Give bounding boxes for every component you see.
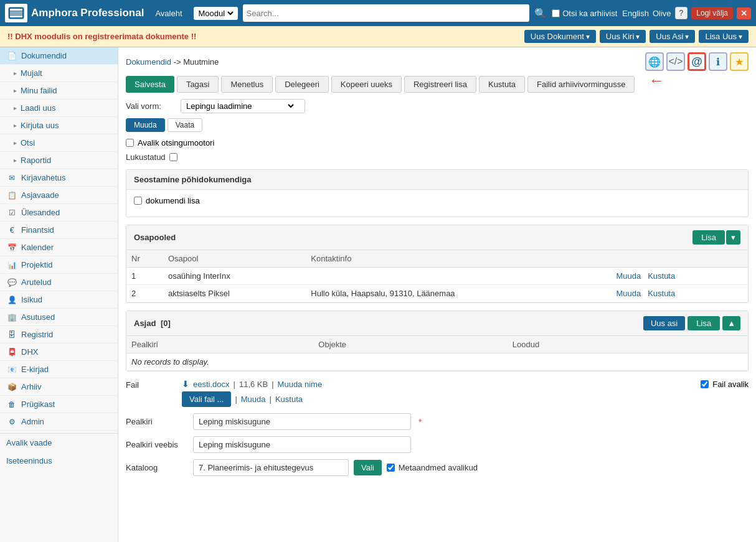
fail-avalik-checkbox[interactable] bbox=[701, 380, 709, 388]
vali-fail-btn[interactable]: Vali fail ... bbox=[182, 391, 231, 407]
osapooled-lisa-btn[interactable]: Lisa bbox=[692, 230, 725, 245]
row1-nr: 1 bbox=[126, 268, 163, 285]
lisa-uus-btn[interactable]: Lisa Uus ▾ bbox=[699, 30, 749, 43]
table-row: 1 osaühing InterInx Muuda Kustuta bbox=[126, 268, 748, 285]
sidebar-item-otsi[interactable]: ▸ Otsi bbox=[0, 134, 118, 152]
row1-kustuta-btn[interactable]: Kustuta bbox=[648, 271, 675, 281]
asjad-collapse-btn[interactable]: ▲ bbox=[722, 316, 740, 330]
delegeeri-btn[interactable]: Delegeeri bbox=[275, 76, 329, 93]
pealkiri-veeb-input[interactable] bbox=[193, 436, 411, 453]
muuda-btn[interactable]: Muuda bbox=[126, 118, 165, 132]
kataloog-vali-btn[interactable]: Vali bbox=[354, 460, 382, 475]
fail-kustuta-link[interactable]: Kustuta bbox=[275, 395, 303, 404]
kopeeri-uueks-btn[interactable]: Kopeeri uueks bbox=[331, 76, 402, 93]
fail-avalik-row: ⬇ eesti.docx | 11,6 KB | Muuda nime Fail… bbox=[182, 379, 749, 389]
sidebar-label-prugikast: Prügikast bbox=[21, 399, 55, 409]
sidebar-item-finantsid[interactable]: € Finantsid bbox=[0, 222, 118, 239]
sidebar-bottom: Avalik vaade Iseteenindus bbox=[0, 433, 118, 470]
sidebar-item-uesanded[interactable]: ☑ Ülesanded bbox=[0, 204, 118, 222]
sidebar-item-laadi-uus[interactable]: ▸ Laadi uus bbox=[0, 100, 118, 117]
sidebar-item-projektid[interactable]: 📊 Projektid bbox=[0, 256, 118, 274]
fail-row: Fail ⬇ eesti.docx | 11,6 KB | Muuda nime… bbox=[126, 379, 749, 407]
sidebar-item-mujalt[interactable]: ▸ Mujalt bbox=[0, 65, 118, 82]
sidebar-item-avalik-vaade[interactable]: Avalik vaade bbox=[0, 434, 118, 452]
row2-osapool: aktsiaselts Piksel bbox=[163, 285, 306, 302]
sidebar-item-raportid[interactable]: ▸ Raportid bbox=[0, 152, 118, 169]
sidebar-item-kirjavahetus[interactable]: ✉ Kirjavahetus bbox=[0, 169, 118, 187]
row1-muuda-btn[interactable]: Muuda bbox=[617, 271, 641, 281]
row2-kustuta-btn[interactable]: Kustuta bbox=[648, 289, 675, 298]
fail-filename-link[interactable]: eesti.docx bbox=[193, 380, 230, 389]
fail-muuda-link[interactable]: Muuda bbox=[241, 395, 266, 404]
sidebar-item-minu-failid[interactable]: ▸ Minu failid bbox=[0, 82, 118, 100]
logout-button[interactable]: Logi välja bbox=[691, 7, 733, 19]
module-select[interactable]: Moodul bbox=[196, 8, 235, 19]
sidebar-item-arutelud[interactable]: 💬 Arutelud bbox=[0, 274, 118, 291]
registreeri-lisa-btn[interactable]: Registreeri lisa bbox=[404, 76, 476, 93]
email-icon-btn[interactable]: @ bbox=[687, 52, 706, 71]
sidebar-item-dokumendid[interactable]: 📄 Dokumendid bbox=[0, 47, 118, 65]
asjad-box: Asjad [0] Uus asi Lisa ▲ Pealkiri Objekt… bbox=[126, 311, 749, 371]
arrow-icon: ▸ bbox=[14, 87, 17, 94]
vaata-btn[interactable]: Vaata bbox=[168, 118, 202, 132]
uus-dokument-btn[interactable]: Uus Dokument ▾ bbox=[524, 30, 596, 43]
vorm-label: Vali vorm: bbox=[126, 101, 176, 111]
sidebar-item-arhiiv[interactable]: 📦 Arhiiv bbox=[0, 378, 118, 396]
osapooled-btn-group: Lisa ▾ bbox=[692, 230, 740, 245]
sidebar-item-kirjuta-uus[interactable]: ▸ Kirjuta uus bbox=[0, 117, 118, 134]
sidebar-item-asjavaade[interactable]: 📋 Asjavaade bbox=[0, 187, 118, 204]
salvesta-btn[interactable]: Salvesta bbox=[126, 76, 174, 93]
menetlus-btn[interactable]: Menetlus bbox=[221, 76, 273, 93]
user-name[interactable]: Olive bbox=[653, 9, 671, 18]
info-icon-btn[interactable]: ℹ bbox=[709, 52, 727, 71]
app-title: Amphora Professional bbox=[31, 7, 144, 19]
row2-muuda-btn[interactable]: Muuda bbox=[617, 289, 641, 298]
pealkiri-input[interactable] bbox=[193, 413, 411, 430]
sidebar-item-asutused[interactable]: 🏢 Asutused bbox=[0, 309, 118, 326]
uus-asi-btn-asjad[interactable]: Uus asi bbox=[643, 316, 685, 330]
code-icon-btn[interactable]: </> bbox=[666, 52, 685, 71]
osapooled-arrow-btn[interactable]: ▾ bbox=[726, 230, 740, 245]
sidebar-item-iseteenindus[interactable]: Iseteenindus bbox=[0, 452, 118, 470]
asjad-lisa-btn[interactable]: Lisa bbox=[687, 316, 720, 330]
muuda-nime-link[interactable]: Muuda nime bbox=[278, 380, 323, 389]
uus-asi-btn[interactable]: Uus Asi ▾ bbox=[650, 30, 695, 43]
fail-actions-row: Vali fail ... | Muuda | Kustuta bbox=[182, 391, 749, 407]
dokumendi-lisa-checkbox[interactable] bbox=[134, 197, 142, 205]
kataloog-row: Kataloog Vali Metaandmed avalikud bbox=[126, 459, 749, 476]
sidebar-item-admin[interactable]: ⚙ Admin bbox=[0, 413, 118, 431]
breadcrumb-part1[interactable]: Dokumendid bbox=[126, 57, 171, 67]
tagasi-btn[interactable]: Tagasi bbox=[177, 76, 219, 93]
help-button[interactable]: ? bbox=[675, 7, 688, 19]
globe-icon-btn[interactable]: 🌐 bbox=[645, 52, 664, 71]
sidebar-item-ekirjad[interactable]: 📧 E-kirjad bbox=[0, 361, 118, 378]
pealkiri-label: Pealkiri bbox=[126, 417, 188, 426]
sidebar-item-isikud[interactable]: 👤 Isikud bbox=[0, 291, 118, 309]
sidebar-item-registrid[interactable]: 🗄 Registrid bbox=[0, 326, 118, 343]
star-icon-btn[interactable]: ★ bbox=[730, 52, 749, 71]
avaleht-link[interactable]: Avaleht bbox=[149, 9, 188, 18]
kustuta-btn[interactable]: Kustuta bbox=[479, 76, 525, 93]
search-input[interactable] bbox=[243, 4, 530, 22]
row2-actions: Muuda Kustuta bbox=[612, 285, 748, 302]
pealkiri-veeb-row: Pealkiri veebis bbox=[126, 436, 749, 453]
archiv-checkbox[interactable] bbox=[552, 9, 560, 17]
asutused-icon: 🏢 bbox=[6, 313, 17, 322]
sidebar-item-kalender[interactable]: 📅 Kalender bbox=[0, 239, 118, 256]
sidebar-item-dhx[interactable]: 📮 DHX bbox=[0, 343, 118, 361]
search-button[interactable]: 🔍 bbox=[534, 7, 547, 19]
close-button[interactable]: ✕ bbox=[737, 7, 751, 19]
lang-english[interactable]: English bbox=[622, 9, 649, 18]
uus-kiri-btn[interactable]: Uus Kiri ▾ bbox=[600, 30, 646, 43]
failid-arhiivi-btn[interactable]: Failid arhiivivormingusse bbox=[527, 76, 635, 93]
metaandmed-checkbox[interactable] bbox=[387, 464, 395, 472]
vorm-select[interactable]: Lepingu laadimine bbox=[184, 101, 296, 111]
fail-size: 11,6 KB bbox=[239, 380, 268, 389]
lukustatud-checkbox[interactable] bbox=[169, 153, 177, 161]
avalik-otsing-checkbox[interactable] bbox=[126, 139, 134, 147]
sidebar-item-prugikast[interactable]: 🗑 Prügikast bbox=[0, 396, 118, 413]
alert-bar: !! DHX moodulis on registreerimata dokum… bbox=[0, 26, 756, 47]
arrow-icon: ▸ bbox=[14, 105, 17, 111]
kataloog-input[interactable] bbox=[193, 459, 349, 476]
sidebar-label-isikud: Isikud bbox=[21, 295, 42, 304]
